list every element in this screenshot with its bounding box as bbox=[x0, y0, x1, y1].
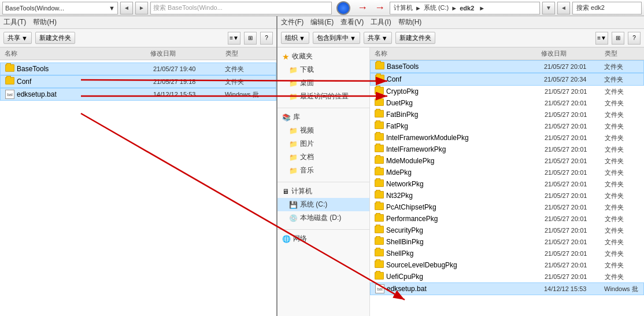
right-file-item[interactable]: MdePkg21/05/27 20:01文件夹 bbox=[370, 167, 644, 178]
help-button[interactable]: ? bbox=[260, 32, 273, 45]
right-file-list: BaseTools21/05/27 20:01文件夹Conf21/05/27 2… bbox=[370, 60, 644, 295]
new-folder-right-button[interactable]: 新建文件夹 bbox=[395, 32, 435, 44]
folder-icon bbox=[375, 260, 384, 270]
share-right-label: 共享 bbox=[368, 34, 380, 42]
back-button[interactable]: ◄ bbox=[120, 2, 133, 14]
right-file-item[interactable]: PerformancePkg21/05/27 20:01文件夹 bbox=[370, 213, 644, 225]
right-file-item[interactable]: IntelFrameworkPkg21/05/27 20:01文件夹 bbox=[370, 144, 644, 155]
menu-help-r[interactable]: 帮助(H) bbox=[398, 17, 422, 27]
right-file-item[interactable]: IntelFrameworkModulePkg21/05/27 20:01文件夹 bbox=[370, 132, 644, 144]
file-name-label: BaseTools bbox=[17, 65, 151, 73]
left-file-list: BaseTools21/05/27 19:40文件夹Conf21/05/27 1… bbox=[0, 60, 276, 316]
right-file-item[interactable]: batedksetup.bat14/12/12 15:53Windows 批 bbox=[370, 282, 644, 295]
dropdown-icon[interactable]: ▼ bbox=[109, 5, 115, 12]
right-file-item[interactable]: DuetPkg21/05/27 20:01文件夹 bbox=[370, 97, 644, 109]
right-col-name[interactable]: 名称 bbox=[375, 49, 541, 58]
file-name-label: edksetup.bat bbox=[387, 285, 542, 293]
breadcrumb-dropdown[interactable]: ▼ bbox=[542, 2, 555, 14]
right-help[interactable]: ? bbox=[628, 32, 641, 45]
tree-document[interactable]: 📁 文档 bbox=[277, 150, 369, 164]
right-column-headers: 名称 修改日期 类型 bbox=[370, 47, 644, 60]
menu-edit[interactable]: 编辑(E) bbox=[310, 17, 334, 27]
tree-video[interactable]: 📁 视频 bbox=[277, 124, 369, 137]
menu-view[interactable]: 查看(V) bbox=[340, 17, 364, 27]
right-breadcrumb[interactable]: 计算机 ► 系统 (C:) ► edk2 ► bbox=[390, 2, 540, 14]
tree-recent[interactable]: 📁 最近访问的位置 bbox=[277, 90, 369, 103]
share-right-button[interactable]: 共享 ▼ bbox=[364, 32, 392, 44]
new-folder-button[interactable]: 新建文件夹 bbox=[35, 32, 75, 44]
right-view-grid[interactable]: ⊞ bbox=[612, 32, 624, 45]
left-search-bar[interactable]: 搜索 BaseTools(Windo... bbox=[150, 2, 332, 14]
left-file-item[interactable]: batedksetup.bat14/12/12 15:53Windows 批 bbox=[0, 88, 276, 101]
file-type-label: 文件夹 bbox=[605, 226, 639, 235]
view-grid-button[interactable]: ⊞ bbox=[244, 32, 257, 45]
right-search-bar[interactable]: 搜索 edk2 bbox=[572, 2, 642, 14]
right-file-item[interactable]: FatPkg21/05/27 20:01文件夹 bbox=[370, 120, 644, 132]
include-library-label: 包含到库中 bbox=[317, 34, 349, 42]
right-file-item[interactable]: ShellPkg21/05/27 20:01文件夹 bbox=[370, 248, 644, 259]
left-col-name[interactable]: 名称 bbox=[5, 49, 150, 58]
tree-drive-c[interactable]: 💾 系统 (C:) bbox=[277, 198, 369, 211]
include-in-library-button[interactable]: 包含到库中 ▼ bbox=[313, 32, 360, 44]
tree-drive-d[interactable]: 💿 本地磁盘 (D:) bbox=[277, 211, 369, 225]
file-date-label: 21/05/27 20:01 bbox=[545, 169, 602, 176]
left-file-item[interactable]: Conf21/05/27 19:18文件夹 bbox=[0, 75, 276, 88]
right-col-type[interactable]: 类型 bbox=[605, 49, 639, 58]
file-date-label: 21/05/27 20:01 bbox=[545, 204, 602, 211]
right-file-item[interactable]: Conf21/05/27 20:34文件夹 bbox=[370, 73, 644, 86]
file-date-label: 21/05/27 20:01 bbox=[545, 88, 602, 95]
file-name-label: Conf bbox=[387, 75, 542, 83]
menu-tools[interactable]: 工具(T) bbox=[3, 17, 26, 27]
folder-icon bbox=[375, 249, 384, 258]
right-file-item[interactable]: CryptoPkg21/05/27 20:01文件夹 bbox=[370, 86, 644, 97]
right-file-item[interactable]: PcAtChipsetPkg21/05/27 20:01文件夹 bbox=[370, 201, 644, 213]
right-file-item[interactable]: MdeModulePkg21/05/27 20:01文件夹 bbox=[370, 155, 644, 167]
right-back-button[interactable]: ◄ bbox=[557, 2, 570, 14]
left-col-date[interactable]: 修改日期 bbox=[150, 49, 225, 58]
right-file-item[interactable]: NetworkPkg21/05/27 20:01文件夹 bbox=[370, 178, 644, 190]
favorites-label: 收藏夹 bbox=[292, 52, 313, 61]
right-file-item[interactable]: Nt32Pkg21/05/27 20:01文件夹 bbox=[370, 190, 644, 201]
tree-computer[interactable]: 🖥 计算机 bbox=[277, 185, 369, 198]
left-file-item[interactable]: BaseTools21/05/27 19:40文件夹 bbox=[0, 63, 276, 75]
tree-desktop[interactable]: 📁 桌面 bbox=[277, 76, 369, 90]
file-type-label: 文件夹 bbox=[605, 157, 639, 166]
file-type-label: 文件夹 bbox=[604, 75, 639, 84]
left-col-type[interactable]: 类型 bbox=[225, 49, 272, 58]
right-col-date[interactable]: 修改日期 bbox=[541, 49, 605, 58]
view-options-button[interactable]: ≡▼ bbox=[228, 32, 240, 45]
tree-separator-3 bbox=[277, 229, 369, 230]
right-file-list-container: 名称 修改日期 类型 BaseTools21/05/27 20:01文件夹Con… bbox=[370, 47, 644, 316]
tree-network[interactable]: 🌐 网络 bbox=[277, 232, 369, 245]
organize-button[interactable]: 组织 ▼ bbox=[281, 32, 309, 44]
arrow-right-icon2: → bbox=[375, 2, 385, 14]
file-date-label: 21/05/27 20:01 bbox=[544, 63, 602, 70]
share-button[interactable]: 共享 ▼ bbox=[3, 32, 32, 44]
menu-file[interactable]: 文件(F) bbox=[281, 17, 304, 27]
right-view-options[interactable]: ≡▼ bbox=[595, 32, 608, 45]
file-date-label: 21/05/27 20:01 bbox=[545, 192, 602, 199]
forward-button[interactable]: ► bbox=[135, 2, 148, 14]
tree-favorites[interactable]: ★ 收藏夹 bbox=[277, 50, 369, 63]
right-file-item[interactable]: UefiCpuPkg21/05/27 20:01文件夹 bbox=[370, 271, 644, 282]
folder-recent-icon: 📁 bbox=[289, 93, 298, 101]
right-file-item[interactable]: SecurityPkg21/05/27 20:01文件夹 bbox=[370, 225, 644, 236]
right-file-item[interactable]: ShellBinPkg21/05/27 20:01文件夹 bbox=[370, 236, 644, 248]
file-date-label: 21/05/27 19:40 bbox=[153, 65, 223, 72]
folder-icon bbox=[375, 237, 384, 247]
star-icon: ★ bbox=[282, 52, 290, 61]
menu-tools-r[interactable]: 工具(I) bbox=[371, 17, 391, 27]
left-address-bar[interactable]: BaseTools(Window... ▼ bbox=[2, 2, 118, 14]
downloads-label: 下载 bbox=[300, 65, 314, 75]
breadcrumb-text: 计算机 bbox=[394, 3, 413, 12]
right-file-item[interactable]: BaseTools21/05/27 20:01文件夹 bbox=[370, 60, 644, 73]
menu-help[interactable]: 帮助(H) bbox=[33, 17, 57, 27]
right-file-item[interactable]: FatBinPkg21/05/27 20:01文件夹 bbox=[370, 109, 644, 120]
file-name-label: IntelFrameworkPkg bbox=[386, 145, 542, 153]
tree-music[interactable]: 📁 音乐 bbox=[277, 164, 369, 177]
folder-music-icon: 📁 bbox=[289, 167, 298, 175]
right-file-item[interactable]: SourceLevelDebugPkg21/05/27 20:01文件夹 bbox=[370, 259, 644, 271]
tree-library[interactable]: 📚 库 bbox=[277, 111, 369, 124]
tree-downloads[interactable]: 📁 下载 bbox=[277, 63, 369, 76]
tree-picture[interactable]: 📁 图片 bbox=[277, 137, 369, 150]
